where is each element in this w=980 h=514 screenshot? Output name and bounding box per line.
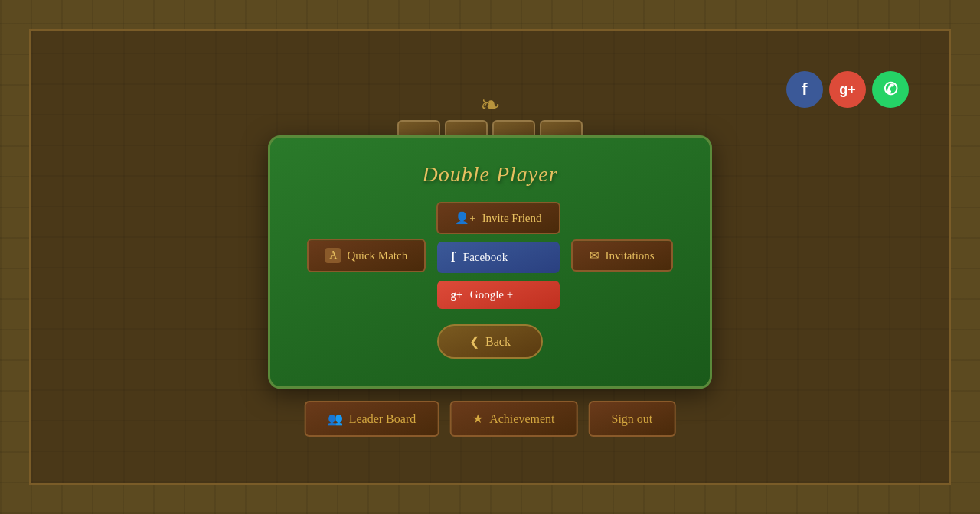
back-button[interactable]: ❮ Back	[437, 324, 543, 359]
invitations-icon: ✉	[590, 249, 599, 262]
sign-out-label: Sign out	[612, 412, 653, 426]
whatsapp-icon: ✆	[884, 80, 897, 99]
achievement-button[interactable]: ★ Achievement	[449, 401, 577, 437]
invite-friend-icon: 👤+	[455, 211, 475, 225]
back-label: Back	[485, 335, 511, 349]
invite-friend-button[interactable]: 👤+ Invite Friend	[436, 202, 560, 234]
leader-board-icon: 👥	[328, 412, 343, 426]
facebook-invite-label: Facebook	[463, 251, 508, 264]
invite-friend-column: 👤+ Invite Friend f Facebook g+ Google +	[436, 202, 560, 309]
googleplus-invite-button[interactable]: g+ Google +	[437, 281, 560, 309]
modal-title: Double Player	[422, 162, 557, 187]
quick-match-label: Quick Match	[347, 249, 407, 262]
quick-match-button[interactable]: A Quick Match	[307, 239, 426, 272]
whatsapp-social-button[interactable]: ✆	[872, 71, 909, 108]
invitations-button[interactable]: ✉ Invitations	[571, 239, 673, 272]
achievement-icon: ★	[472, 412, 483, 426]
facebook-invite-button[interactable]: f Facebook	[437, 242, 560, 273]
googleplus-invite-label: Google +	[470, 288, 513, 301]
leader-board-button[interactable]: 👥 Leader Board	[305, 401, 439, 437]
background: f g+ ✆ ❧ W O R D Double Player	[0, 0, 980, 514]
bottom-bar: 👥 Leader Board ★ Achievement Sign out	[305, 401, 676, 437]
modal-top-row: A Quick Match 👤+ Invite Friend f Faceboo…	[307, 202, 672, 309]
ornament-decoration: ❧	[480, 93, 501, 117]
sign-out-button[interactable]: Sign out	[589, 401, 676, 437]
invite-friend-label: Invite Friend	[482, 212, 542, 225]
googleplus-invite-icon: g+	[451, 289, 462, 301]
invitations-label: Invitations	[606, 249, 655, 262]
double-player-modal: Double Player A Quick Match 👤+ Invite Fr…	[268, 135, 712, 389]
social-icons-group: f g+ ✆	[786, 71, 909, 108]
googleplus-social-button[interactable]: g+	[829, 71, 866, 108]
facebook-icon: f	[802, 80, 807, 99]
achievement-label: Achievement	[489, 412, 554, 426]
googleplus-icon: g+	[839, 82, 856, 98]
facebook-social-button[interactable]: f	[786, 71, 823, 108]
leader-board-label: Leader Board	[349, 412, 416, 426]
main-panel: f g+ ✆ ❧ W O R D Double Player	[29, 29, 951, 485]
quick-match-icon: A	[325, 248, 341, 263]
back-icon: ❮	[469, 334, 479, 349]
facebook-invite-icon: f	[451, 249, 456, 265]
